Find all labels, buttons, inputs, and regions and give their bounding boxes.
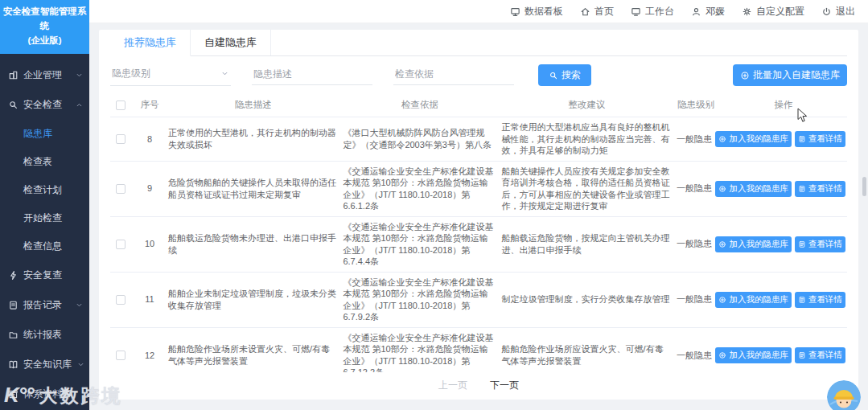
filter-row: 隐患级别 搜索 批量加入自建隐患库 — [110, 56, 847, 93]
inspection-basis: 《交通运输企业安全生产标准化建设基本规范 第10部分：水路危险货物运输企业》（J… — [343, 277, 496, 323]
view-icon — [798, 296, 806, 304]
scrollbar-thumb[interactable] — [862, 177, 866, 196]
row-actions: 加入我的隐患库查看详情 — [720, 292, 847, 308]
sidebar-item-system-document-library[interactable]: 体系资料库 — [0, 379, 89, 409]
column-no: 序号 — [136, 99, 163, 111]
monitor-icon — [631, 6, 641, 17]
view-details-button[interactable]: 查看详情 — [795, 292, 845, 308]
row-checkbox[interactable] — [116, 184, 125, 194]
pagination-prev[interactable]: 上一页 — [438, 379, 467, 392]
plus-circle-icon — [718, 240, 726, 248]
helper-avatar[interactable] — [827, 380, 861, 410]
sidebar-item-safety-inspection[interactable]: 安全检查 — [0, 90, 89, 120]
sidebar-item-inspection-info[interactable]: 检查信息 — [0, 232, 89, 260]
sidebar-item-label: 统计报表 — [23, 328, 84, 342]
row-actions: 加入我的隐患库查看详情 — [720, 347, 847, 363]
view-icon — [798, 185, 806, 193]
view-button-label: 查看详情 — [808, 350, 842, 361]
row-number: 10 — [136, 238, 163, 250]
topbar-item-user[interactable]: 邓媛 — [691, 5, 725, 18]
hazard-description: 正常使用的大型港机，其行走机构的制动器失效或损坏 — [168, 127, 338, 150]
chevron-down-icon — [75, 71, 84, 80]
topbar-item-home[interactable]: 首页 — [580, 5, 614, 18]
view-details-button[interactable]: 查看详情 — [795, 131, 845, 147]
sidebar-item-safety-review[interactable]: 安全复查 — [0, 260, 89, 290]
board-icon — [510, 6, 520, 17]
sidebar-item-checklist[interactable]: 检查表 — [0, 148, 89, 176]
chevron-down-icon — [76, 360, 85, 369]
hazard-description: 船舶企业未制定垃圾管理制度，垃圾未分类收集存放管理 — [168, 288, 338, 311]
topbar-item-workbench[interactable]: 工作台 — [631, 5, 674, 18]
view-button-label: 查看详情 — [808, 294, 842, 305]
add-to-my-library-button[interactable]: 加入我的隐患库 — [715, 236, 792, 252]
add-to-my-library-button[interactable]: 加入我的隐患库 — [715, 181, 792, 197]
row-checkbox[interactable] — [116, 240, 125, 249]
row-checkbox[interactable] — [116, 295, 125, 305]
topbar-item-label: 退出 — [836, 5, 855, 18]
sidebar-item-label: 企业管理 — [23, 68, 70, 82]
search-icon — [549, 71, 558, 80]
table-row: 8正常使用的大型港机，其行走机构的制动器失效或损坏《港口大型机械防阵风防台风管理… — [110, 117, 847, 162]
view-button-label: 查看详情 — [808, 183, 842, 195]
rectification-suggestion: 正常使用的大型港机应当具有良好的整机机械性能，其行走机构的制动器应当完善、有效，… — [502, 121, 672, 157]
hazard-level-select[interactable]: 隐患级别 — [110, 64, 231, 86]
row-checkbox[interactable] — [116, 134, 125, 144]
inspection-basis: 《港口大型机械防阵风防台风管理规定》（交通部令2003年第3号）第八条 — [343, 127, 496, 150]
sidebar-item-start-inspection[interactable]: 开始检查 — [0, 204, 89, 232]
sidebar-item-safety-knowledge-base[interactable]: 安全知识库 — [0, 350, 89, 379]
search-button[interactable]: 搜索 — [538, 64, 591, 86]
rectification-suggestion: 船舶危险作业场所应设置火灾、可燃/有毒气体等声光报警装置 — [502, 343, 672, 367]
add-to-my-library-button[interactable]: 加入我的隐患库 — [715, 347, 792, 363]
select-all-checkbox[interactable] — [116, 100, 125, 110]
sidebar-item-inspection-plan[interactable]: 检查计划 — [0, 176, 89, 204]
tab-recommended-hazard-library[interactable]: 推荐隐患库 — [110, 30, 191, 56]
view-button-label: 查看详情 — [808, 239, 842, 250]
plus-circle-icon — [718, 296, 726, 304]
inspection-basis: 《交通运输企业安全生产标准化建设基本规范 第10部分：水路危险货物运输企业》（J… — [343, 332, 496, 372]
plus-circle-icon — [718, 185, 726, 193]
pagination-next[interactable]: 下一页 — [490, 379, 519, 392]
chevron-up-icon — [75, 100, 84, 109]
hazard-description: 船舶危险作业场所未设置火灾、可燃/有毒气体等声光报警装置 — [168, 343, 338, 367]
row-number: 12 — [136, 350, 163, 362]
topbar-item-custom-config[interactable]: 自定义配置 — [742, 5, 804, 18]
home-icon — [580, 6, 590, 17]
row-number: 8 — [136, 133, 163, 146]
sidebar: 安全检查智能管理系统 (企业版) 企业管理安全检查隐患库检查表检查计划开始检查检… — [0, 0, 89, 410]
view-details-button[interactable]: 查看详情 — [795, 236, 845, 252]
batch-add-to-custom-library-button[interactable]: 批量加入自建隐患库 — [733, 64, 847, 86]
main-area: 数据看板首页工作台邓媛自定义配置退出 推荐隐患库 自建隐患库 隐患级别 — [89, 0, 868, 410]
view-details-button[interactable]: 查看详情 — [795, 347, 845, 363]
row-number: 11 — [136, 293, 163, 305]
tabs: 推荐隐患库 自建隐患库 — [110, 30, 847, 56]
sidebar-submenu-safety-inspection: 隐患库检查表检查计划开始检查检查信息 — [0, 120, 89, 260]
sidebar-item-statistics-report[interactable]: 统计报表 — [0, 320, 89, 350]
view-details-button[interactable]: 查看详情 — [795, 181, 845, 197]
add-button-label: 加入我的隐患库 — [729, 239, 788, 250]
add-button-label: 加入我的隐患库 — [729, 294, 788, 305]
column-hazard-level: 隐患级别 — [677, 99, 715, 111]
inspection-basis-input[interactable] — [393, 66, 514, 85]
row-checkbox[interactable] — [116, 351, 125, 360]
topbar-item-logout[interactable]: 退出 — [821, 5, 855, 18]
topbar-item-label: 工作台 — [645, 5, 674, 18]
topbar-item-data-dashboard[interactable]: 数据看板 — [510, 5, 563, 18]
topbar-item-label: 自定义配置 — [756, 5, 804, 18]
add-to-my-library-button[interactable]: 加入我的隐患库 — [715, 131, 792, 147]
topbar-item-label: 邓媛 — [706, 5, 725, 18]
hazard-description-input[interactable] — [252, 66, 372, 85]
hazard-description: 船舶载运危险货物未办理进、出港口申报手续 — [168, 232, 338, 256]
tab-label: 推荐隐患库 — [124, 36, 176, 48]
plus-circle-icon — [718, 135, 726, 143]
sidebar-item-enterprise-management[interactable]: 企业管理 — [0, 60, 89, 90]
helper-avatar-icon — [827, 380, 861, 410]
column-inspection-basis: 检查依据 — [343, 99, 496, 111]
view-button-label: 查看详情 — [808, 133, 842, 145]
table-header-row: 序号 隐患描述 检查依据 整改建议 隐患级别 操作 — [110, 93, 847, 117]
add-to-my-library-button[interactable]: 加入我的隐患库 — [715, 292, 792, 308]
sidebar-item-report-records[interactable]: 报告记录 — [0, 290, 89, 320]
tab-custom-hazard-library[interactable]: 自建隐患库 — [191, 30, 271, 55]
add-button-label: 加入我的隐患库 — [729, 133, 788, 145]
rectification-suggestion: 制定垃圾管理制度，实行分类收集存放管理 — [502, 293, 672, 305]
sidebar-item-hazard-library[interactable]: 隐患库 — [0, 120, 89, 148]
